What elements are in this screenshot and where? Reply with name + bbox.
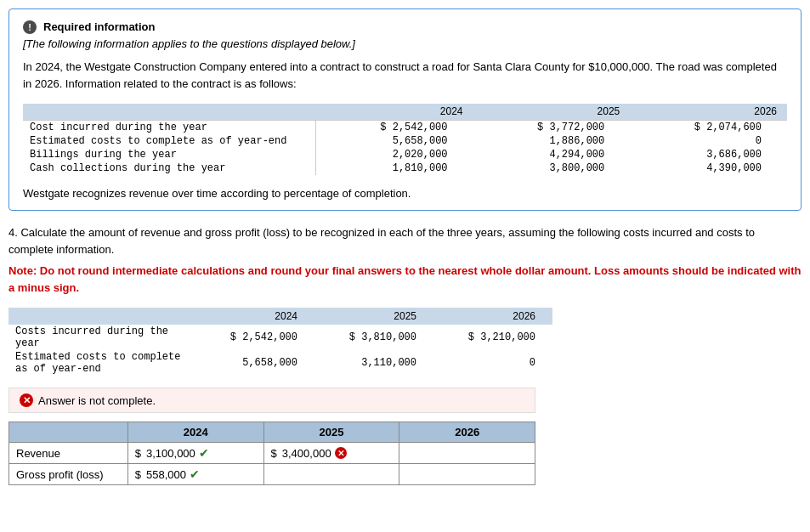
note-text: Note: Do not round intermediate calculat… — [8, 263, 802, 296]
costs-2025-1: 3,110,000 — [314, 350, 433, 376]
answer-col-2025: 2025 — [263, 422, 399, 443]
answer-empty-header — [9, 422, 128, 443]
answer-2024-0[interactable]: $3,100,000✔ — [127, 443, 263, 464]
ri-2026-2: 3,686,000 — [630, 148, 787, 161]
costs-2024-0: $ 2,542,000 — [195, 325, 314, 350]
answer-2025-1[interactable] — [263, 464, 399, 485]
answer-col-2024: 2024 — [127, 422, 263, 443]
answer-section: ✕ Answer is not complete. 2024 2025 2026… — [8, 388, 802, 485]
costs-col-2025: 2025 — [314, 308, 433, 325]
check-icon-0-2024: ✔ — [199, 446, 209, 460]
costs-col-2026: 2026 — [433, 308, 552, 325]
answer-col-2026: 2026 — [399, 422, 535, 443]
costs-col-2024: 2024 — [195, 308, 314, 325]
costs-2026-0: $ 3,210,000 — [433, 325, 552, 350]
ri-2026-0: $ 2,074,600 — [630, 121, 787, 135]
answer-2026-0[interactable] — [399, 443, 535, 464]
costs-2026-1: 0 — [433, 350, 552, 376]
costs-2025-0: $ 3,810,000 — [314, 325, 433, 350]
costs-label-0: Costs incurred during the year — [8, 325, 195, 350]
answer-x-icon: ✕ — [20, 393, 33, 407]
answer-banner: ✕ Answer is not complete. — [8, 388, 535, 413]
costs-table: 2024 2025 2026 Costs incurred during the… — [8, 308, 552, 376]
cross-icon-0-2025: ✕ — [335, 447, 347, 459]
question-text: 4. Calculate the amount of revenue and g… — [8, 224, 802, 258]
answer-grid: 2024 2025 2026 Revenue$3,100,000✔$3,400,… — [8, 422, 535, 485]
check-icon-1-2024: ✔ — [190, 467, 200, 481]
ri-2025-1: 1,886,000 — [473, 134, 631, 148]
answer-row-label-1: Gross profit (loss) — [9, 464, 128, 485]
ri-label-0: Cost incurred during the year — [23, 121, 316, 135]
answer-2025-0[interactable]: $3,400,000✕ — [263, 443, 399, 464]
ri-label-3: Cash collections during the year — [23, 161, 316, 175]
answer-row-label-0: Revenue — [9, 443, 128, 464]
col-header-2025: 2025 — [473, 104, 631, 121]
ri-2026-1: 0 — [630, 134, 787, 148]
question-body: Calculate the amount of revenue and gros… — [8, 226, 755, 256]
col-header-2024: 2024 — [316, 104, 473, 121]
ri-2024-3: 1,810,000 — [316, 161, 473, 175]
ri-2025-3: 3,800,000 — [473, 161, 631, 175]
costs-2024-1: 5,658,000 — [195, 350, 314, 376]
ri-2024-1: 5,658,000 — [316, 134, 473, 148]
ri-2024-0: $ 2,542,000 — [316, 121, 473, 135]
italic-note: [The following information applies to th… — [23, 37, 787, 50]
col-header-2026: 2026 — [630, 104, 787, 121]
required-info-box: ! Required information [The following in… — [8, 8, 802, 211]
answer-2024-1[interactable]: $558,000✔ — [127, 464, 263, 485]
ri-2024-2: 2,020,000 — [316, 148, 473, 161]
ri-label-1: Estimated costs to complete as of year-e… — [23, 134, 316, 148]
required-info-table: 2024 2025 2026 Cost incurred during the … — [23, 104, 787, 175]
footer-text: Westgate recognizes revenue over time ac… — [23, 187, 787, 200]
costs-label-1: Estimated costs to complete as of year-e… — [8, 350, 195, 376]
exclamation-icon: ! — [23, 20, 37, 34]
ri-2025-0: $ 3,772,000 — [473, 121, 631, 135]
ri-label-2: Billings during the year — [23, 148, 316, 161]
ri-2025-2: 4,294,000 — [473, 148, 631, 161]
intro-text: In 2024, the Westgate Construction Compa… — [23, 59, 787, 92]
question-number: 4. — [8, 226, 18, 239]
answer-banner-text: Answer is not complete. — [38, 394, 156, 407]
question-section: 4. Calculate the amount of revenue and g… — [8, 224, 802, 296]
required-title: Required information — [43, 20, 155, 33]
answer-2026-1[interactable] — [399, 464, 535, 485]
ri-2026-3: 4,390,000 — [630, 161, 787, 175]
